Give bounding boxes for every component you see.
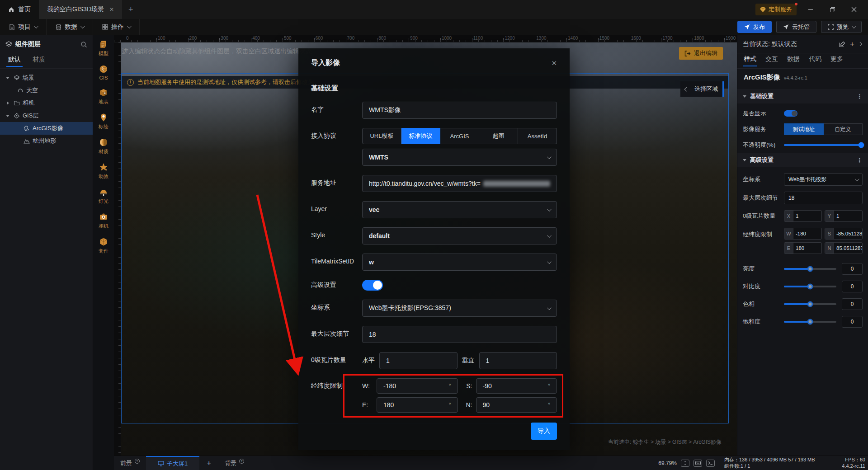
tab-more[interactable]: 更多: [830, 55, 843, 66]
import-button[interactable]: 导入: [531, 423, 557, 440]
tree-item-arcgis-imagery[interactable]: ArcGIS影像: [0, 122, 93, 135]
south-input[interactable]: -90°: [476, 378, 557, 394]
add-background-icon[interactable]: +: [239, 459, 244, 464]
collapse-icon[interactable]: [5, 115, 11, 117]
service-option-custom[interactable]: 自定义: [824, 123, 863, 135]
tree-item-gis-layer[interactable]: GIS层: [0, 109, 93, 122]
tree-item-sky[interactable]: 天空: [0, 84, 93, 97]
menu-operate[interactable]: 操作: [93, 19, 140, 35]
restore-button[interactable]: [825, 3, 840, 16]
x-tiles-input[interactable]: X1: [784, 210, 822, 222]
close-button[interactable]: [846, 3, 862, 16]
hue-value[interactable]: 0: [842, 298, 863, 310]
contrast-value[interactable]: 0: [842, 281, 863, 292]
tool-camera[interactable]: 相机: [93, 212, 114, 230]
tab-style[interactable]: 样式: [744, 55, 756, 66]
service-option-test[interactable]: 测试地址: [784, 123, 824, 135]
crs-select[interactable]: Web墨卡托投影(EPSG:3857): [362, 300, 557, 317]
opacity-slider[interactable]: [784, 144, 863, 146]
max-lod-input[interactable]: 18: [362, 326, 557, 343]
visibility-toggle[interactable]: [784, 110, 797, 117]
close-tab-icon[interactable]: ✕: [109, 6, 114, 13]
add-state-icon[interactable]: +: [850, 40, 854, 49]
kebab-menu-icon[interactable]: ⋮: [857, 93, 863, 100]
vertical-tiles-input[interactable]: 1: [479, 352, 557, 369]
tree-item-scene[interactable]: 场景: [0, 71, 93, 84]
publish-button[interactable]: 发布: [737, 21, 772, 33]
y-tiles-input[interactable]: Y1: [825, 210, 863, 222]
horizontal-tiles-input[interactable]: 1: [379, 352, 458, 369]
north-input[interactable]: 90°: [476, 397, 557, 413]
search-icon[interactable]: [80, 41, 87, 48]
protocol-type-select[interactable]: WMTS: [362, 149, 557, 166]
brightness-value[interactable]: 0: [842, 263, 863, 275]
tool-plot[interactable]: 标绘: [93, 113, 114, 130]
protocol-option-standard[interactable]: 标准协议: [401, 128, 440, 144]
advanced-settings-section[interactable]: 高级设置 ⋮: [737, 153, 868, 167]
service-url-input[interactable]: http://t0.tianditu.gov.cn/vec_w/wmts?tk=: [362, 175, 557, 192]
west-input[interactable]: -180°: [377, 378, 458, 394]
background-tab[interactable]: 背景 +: [218, 456, 250, 470]
saturation-value[interactable]: 0: [842, 316, 863, 328]
name-input[interactable]: WMTS影像: [362, 102, 557, 119]
chevron-right-icon[interactable]: [859, 42, 863, 47]
keyboard-icon[interactable]: [693, 460, 702, 467]
south-input[interactable]: S-85.05112877: [825, 228, 863, 240]
exit-edit-button[interactable]: 退出编辑: [679, 47, 723, 60]
fit-screen-icon[interactable]: [681, 460, 689, 467]
protocol-option-arcgis[interactable]: ArcGIS: [440, 128, 479, 144]
tool-gis[interactable]: GIS: [93, 65, 114, 80]
new-tab-button[interactable]: +: [122, 0, 140, 19]
collapse-icon[interactable]: [5, 77, 11, 79]
minimize-button[interactable]: [803, 3, 818, 16]
tab-material[interactable]: 材质: [33, 56, 45, 66]
tool-material[interactable]: 材质: [93, 138, 114, 155]
tab-data[interactable]: 数据: [787, 55, 800, 66]
tab-interaction[interactable]: 交互: [765, 55, 778, 66]
custom-service-badge[interactable]: 定制服务: [755, 4, 797, 15]
protocol-option-supermap[interactable]: 超图: [479, 128, 518, 144]
tab-scene[interactable]: 我的空白GIS3D场景 ✕: [39, 0, 122, 19]
foreground-tab[interactable]: 前景 +: [114, 456, 146, 470]
tab-default[interactable]: 默认: [8, 56, 21, 66]
protocol-option-url-template[interactable]: URL模板: [362, 128, 401, 144]
kebab-menu-icon[interactable]: ⋮: [857, 157, 863, 164]
tool-terrain[interactable]: 地表: [93, 88, 114, 105]
tree-item-hangzhou-terrain[interactable]: 杭州地形: [0, 135, 93, 147]
add-foreground-icon[interactable]: +: [135, 459, 140, 464]
contrast-slider[interactable]: [784, 286, 836, 287]
layer-select[interactable]: vec: [362, 201, 557, 218]
tool-effects[interactable]: 动效: [93, 163, 114, 180]
tab-code[interactable]: 代码: [809, 55, 821, 66]
crs-select[interactable]: Web墨卡托投影: [784, 173, 863, 186]
protocol-option-assetid[interactable]: AssetId: [518, 128, 557, 144]
saturation-slider[interactable]: [784, 321, 836, 323]
tree-item-camera-folder[interactable]: 相机: [0, 97, 93, 109]
screen-tab[interactable]: 子大屏1: [146, 456, 199, 470]
modal-close-icon[interactable]: ✕: [551, 59, 557, 67]
east-input[interactable]: 180°: [377, 397, 458, 413]
select-region-button[interactable]: 选择区域: [680, 81, 724, 97]
north-input[interactable]: N85.051128779: [825, 242, 863, 254]
tab-home[interactable]: 首页: [0, 0, 39, 19]
advanced-settings-toggle[interactable]: [362, 280, 383, 291]
style-select[interactable]: default: [362, 227, 557, 244]
max-lod-input[interactable]: 18: [784, 192, 863, 204]
expand-icon[interactable]: [5, 101, 11, 105]
terminal-icon[interactable]: [706, 460, 715, 467]
east-input[interactable]: E180: [784, 242, 822, 254]
preview-button[interactable]: 预览: [821, 21, 862, 33]
brightness-slider[interactable]: [784, 268, 836, 270]
add-screen-button[interactable]: +: [199, 459, 218, 468]
basic-settings-section[interactable]: 基础设置 ⋮: [737, 89, 868, 103]
tool-model[interactable]: 模型: [93, 40, 114, 57]
tool-light[interactable]: 灯光: [93, 188, 114, 205]
tool-kit[interactable]: 套件: [93, 237, 114, 254]
tilematrixset-select[interactable]: w: [362, 254, 557, 271]
west-input[interactable]: W-180: [784, 228, 822, 240]
hue-slider[interactable]: [784, 303, 836, 305]
edit-state-icon[interactable]: [839, 41, 845, 47]
menu-project[interactable]: 项目: [0, 19, 47, 35]
menu-data[interactable]: 数据: [47, 19, 93, 35]
cloud-hosting-button[interactable]: 云托管: [776, 21, 816, 33]
